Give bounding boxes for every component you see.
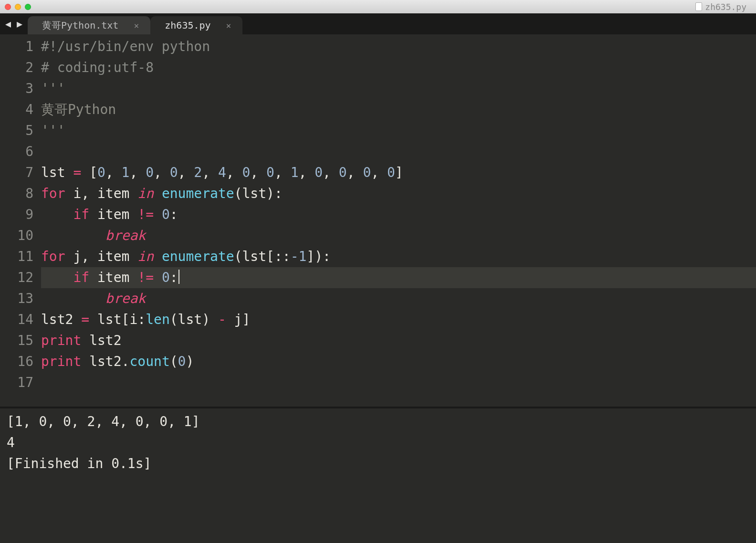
number-literal: 0 — [339, 165, 347, 180]
line-number: 8 — [0, 183, 33, 204]
comma: , — [274, 165, 291, 180]
code-line — [41, 141, 756, 162]
code-line: ''' — [41, 78, 756, 99]
code-line: lst = [0, 1, 0, 0, 2, 4, 0, 0, 1, 0, 0, … — [41, 162, 756, 183]
tab-nav-arrows: ◀ ▶ — [0, 13, 28, 34]
line-number: 17 — [0, 372, 33, 393]
line-number: 9 — [0, 204, 33, 225]
tab-label: 黄哥Python.txt — [42, 19, 118, 32]
comma: , — [226, 165, 242, 180]
line-number: 15 — [0, 330, 33, 351]
comma: , — [323, 165, 339, 180]
output-line: [Finished in 0.1s] — [7, 453, 749, 474]
number-literal: 1 — [122, 165, 130, 180]
code-editor[interactable]: 1 2 3 4 5 6 7 8 9 10 11 12 13 14 15 16 1… — [0, 34, 756, 407]
line-number: 10 — [0, 225, 33, 246]
line-number: 6 — [0, 141, 33, 162]
nav-forward-button[interactable]: ▶ — [14, 19, 25, 29]
line-number: 14 — [0, 309, 33, 330]
code-line: print lst2 — [41, 330, 756, 351]
window-titlebar: zh635.py — [0, 0, 756, 13]
output-line: [1, 0, 0, 2, 4, 0, 0, 1] — [7, 411, 749, 432]
tab-file-2[interactable]: zh635.py × — [150, 16, 242, 34]
code-line: if item != 0: — [41, 204, 756, 225]
code-line: break — [41, 288, 756, 309]
line-number: 4 — [0, 99, 33, 120]
line-number: 7 — [0, 162, 33, 183]
number-literal: 0 — [170, 165, 178, 180]
line-number: 13 — [0, 288, 33, 309]
line-number: 16 — [0, 351, 33, 372]
code-line: 黄哥Python — [41, 99, 756, 120]
close-window-button[interactable] — [5, 4, 11, 10]
line-number-gutter: 1 2 3 4 5 6 7 8 9 10 11 12 13 14 15 16 1… — [0, 34, 41, 407]
code-line: # coding:utf-8 — [41, 57, 756, 78]
line-number: 2 — [0, 57, 33, 78]
code-line: for j, item in enumerate(lst[::-1]): — [41, 246, 756, 267]
close-tab-icon[interactable]: × — [134, 21, 139, 31]
number-literal: 0 — [266, 165, 274, 180]
number-literal: 1 — [291, 165, 299, 180]
list-literal: 0, 1, 0, 0, 2, 4, 0, 0, 1, 0, 0, 0, 0 — [97, 165, 395, 180]
comma: , — [371, 165, 387, 180]
line-number: 12 — [0, 267, 33, 288]
nav-back-button[interactable]: ◀ — [3, 19, 13, 29]
line-number: 1 — [0, 36, 33, 57]
code-area[interactable]: #!/usr/bin/env python # coding:utf-8 '''… — [41, 34, 756, 407]
code-line: #!/usr/bin/env python — [41, 36, 756, 57]
traffic-lights — [5, 4, 31, 10]
tab-file-1[interactable]: 黄哥Python.txt × — [28, 16, 150, 34]
line-number: 3 — [0, 78, 33, 99]
text-cursor — [178, 270, 179, 284]
number-literal: 0 — [146, 165, 154, 180]
code-line-current: if item != 0: — [41, 267, 756, 288]
code-line: for i, item in enumerate(lst): — [41, 183, 756, 204]
comma: , — [105, 165, 122, 180]
tab-bar: ◀ ▶ 黄哥Python.txt × zh635.py × — [0, 13, 756, 34]
number-literal: 0 — [242, 165, 250, 180]
comma: , — [154, 165, 170, 180]
minimize-window-button[interactable] — [15, 4, 21, 10]
line-number: 11 — [0, 246, 33, 267]
close-tab-icon[interactable]: × — [226, 21, 231, 31]
code-line — [41, 372, 756, 393]
maximize-window-button[interactable] — [25, 4, 31, 10]
number-literal: 0 — [387, 165, 395, 180]
number-literal: 0 — [315, 165, 323, 180]
code-line: break — [41, 225, 756, 246]
code-line: ''' — [41, 120, 756, 141]
number-literal: 2 — [194, 165, 202, 180]
tab-label: zh635.py — [165, 20, 210, 31]
window-title-text: zh635.py — [705, 2, 746, 12]
number-literal: 0 — [363, 165, 371, 180]
line-number: 5 — [0, 120, 33, 141]
code-line: lst2 = lst[i:len(lst) - j] — [41, 309, 756, 330]
comma: , — [178, 165, 194, 180]
window-title: zh635.py — [695, 2, 746, 12]
output-line: 4 — [7, 432, 749, 453]
number-literal: 4 — [218, 165, 226, 180]
number-literal: 0 — [97, 165, 105, 180]
build-output-panel[interactable]: [1, 0, 0, 2, 4, 0, 0, 1] 4 [Finished in … — [0, 408, 756, 543]
code-line: print lst2.count(0) — [41, 351, 756, 372]
document-icon — [695, 2, 702, 11]
comma: , — [202, 165, 218, 180]
comma: , — [250, 165, 266, 180]
comma: , — [299, 165, 315, 180]
comma: , — [347, 165, 363, 180]
comma: , — [129, 165, 146, 180]
